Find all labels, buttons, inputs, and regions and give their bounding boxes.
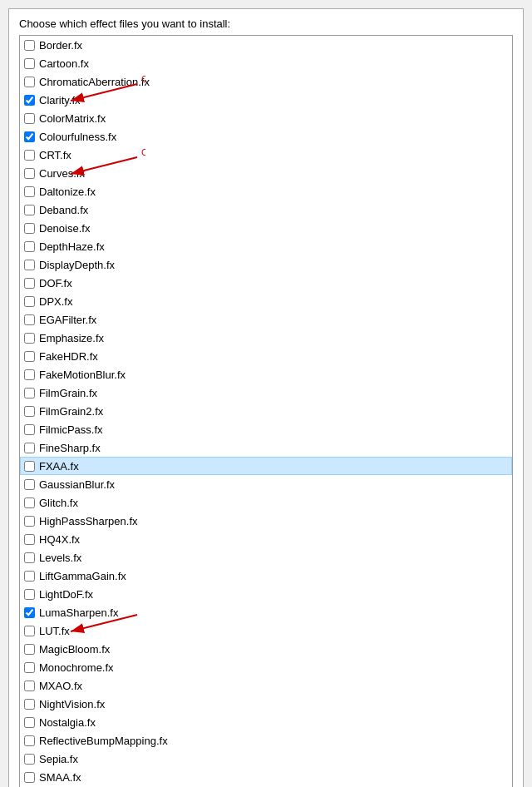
checkbox-crt[interactable] [24,150,35,161]
list-item-lightdof[interactable]: LightDoF.fx [20,585,512,603]
list-item-nightvision[interactable]: NightVision.fx [20,695,512,713]
checkbox-filmgrain2[interactable] [24,406,35,417]
checkbox-mxao[interactable] [24,681,35,691]
list-item-gaussianblur[interactable]: GaussianBlur.fx [20,475,512,493]
list-item-smaa[interactable]: SMAA.fx [20,768,512,786]
list-item-lumasharpen[interactable]: LumaSharpen.fx [20,603,512,621]
list-item-filmgrain2[interactable]: FilmGrain2.fx [20,402,512,420]
list-item-depthhaze[interactable]: DepthHaze.fx [20,237,512,255]
checkbox-reflectivebumpmapping[interactable] [24,735,35,746]
list-item-daltonize[interactable]: Daltonize.fx [20,182,512,200]
checkbox-egafilter[interactable] [24,314,35,325]
list-item-colormatrix[interactable]: ColorMatrix.fx [20,109,512,127]
checkbox-fakemotionblur[interactable] [24,369,35,380]
label-liftgammagain: LiftGammaGain.fx [39,570,126,582]
checkbox-curves[interactable] [24,168,35,179]
checkbox-fxaa[interactable] [24,461,35,472]
list-item-fxaa[interactable]: FXAA.fx [20,457,512,475]
list-item-levels[interactable]: Levels.fx [20,548,512,567]
list-item-glitch[interactable]: Glitch.fx [20,493,512,512]
checkbox-smaa[interactable] [24,772,35,783]
list-item-border[interactable]: Border.fx [20,36,512,54]
label-daltonize: Daltonize.fx [39,186,96,198]
list-item-displaydepth[interactable]: DisplayDepth.fx [20,255,512,274]
checkbox-filmgrain[interactable] [24,388,35,398]
checkbox-clarity[interactable] [24,95,35,106]
list-item-denoise[interactable]: Denoise.fx [20,219,512,237]
label-deband: Deband.fx [39,204,88,216]
checkbox-nostalgia[interactable] [24,717,35,728]
list-item-reflectivebumpmapping[interactable]: ReflectiveBumpMapping.fx [20,731,512,750]
checkbox-dof[interactable] [24,278,35,289]
list-item-filmicpass[interactable]: FilmicPass.fx [20,420,512,438]
checkbox-nightvision[interactable] [24,699,35,710]
list-item-liftgammagain[interactable]: LiftGammaGain.fx [20,567,512,585]
label-lightdof: LightDoF.fx [39,588,93,601]
label-fxaa: FXAA.fx [39,460,79,473]
checkbox-colourfulness[interactable] [24,131,35,142]
list-item-chromaticaberration[interactable]: ChromaticAberration.fx [20,72,512,91]
list-item-hq4x[interactable]: HQ4X.fx [20,530,512,548]
checkbox-monochrome[interactable] [24,662,35,673]
list-item-finesharp[interactable]: FineSharp.fx [20,438,512,457]
checkbox-cartoon[interactable] [24,58,35,69]
checkbox-gaussianblur[interactable] [24,479,35,490]
list-item-filmgrain[interactable]: FilmGrain.fx [20,384,512,402]
checkbox-daltonize[interactable] [24,186,35,197]
list-item-monochrome[interactable]: Monochrome.fx [20,658,512,676]
list-item-crt[interactable]: CRT.fx [20,146,512,164]
checkbox-lightdof[interactable] [24,589,35,600]
effects-list[interactable]: Border.fxCartoon.fxChromaticAberration.f… [19,35,513,787]
list-item-clarity[interactable]: Clarity.fx [20,91,512,109]
list-item-emphasize[interactable]: Emphasize.fx [20,329,512,347]
checkbox-emphasize[interactable] [24,333,35,344]
checkbox-levels[interactable] [24,552,35,563]
checkbox-colormatrix[interactable] [24,113,35,124]
checkbox-deband[interactable] [24,205,35,215]
label-filmicpass: FilmicPass.fx [39,423,103,436]
checkbox-sepia[interactable] [24,754,35,765]
checkbox-liftgammagain[interactable] [24,571,35,582]
list-item-sepia[interactable]: Sepia.fx [20,750,512,768]
checkbox-magicbloom[interactable] [24,644,35,655]
label-highpasssharpen: HighPassSharpen.fx [39,515,138,527]
label-emphasize: Emphasize.fx [39,332,104,344]
checkbox-hq4x[interactable] [24,534,35,545]
list-item-deband[interactable]: Deband.fx [20,200,512,219]
label-crt: CRT.fx [39,149,71,161]
list-item-fakehdr[interactable]: FakeHDR.fx [20,347,512,365]
list-item-cartoon[interactable]: Cartoon.fx [20,54,512,72]
label-nostalgia: Nostalgia.fx [39,716,96,729]
checkbox-fakehdr[interactable] [24,351,35,362]
list-item-dof[interactable]: DOF.fx [20,274,512,292]
list-item-dpx[interactable]: DPX.fx [20,292,512,310]
list-item-egafilter[interactable]: EGAFilter.fx [20,310,512,329]
main-dialog: Choose which effect files you want to in… [8,8,524,787]
label-lut: LUT.fx [39,625,70,637]
checkbox-glitch[interactable] [24,497,35,508]
checkbox-lumasharpen[interactable] [24,607,35,618]
checkbox-border[interactable] [24,40,35,51]
label-levels: Levels.fx [39,552,81,564]
checkbox-lut[interactable] [24,626,35,636]
list-item-mxao[interactable]: MXAO.fx [20,676,512,695]
label-smaa: SMAA.fx [39,771,81,784]
checkbox-denoise[interactable] [24,223,35,234]
label-border: Border.fx [39,39,82,52]
list-item-nostalgia[interactable]: Nostalgia.fx [20,713,512,731]
label-lumasharpen: LumaSharpen.fx [39,606,118,619]
list-item-highpasssharpen[interactable]: HighPassSharpen.fx [20,512,512,530]
checkbox-highpasssharpen[interactable] [24,516,35,527]
checkbox-filmicpass[interactable] [24,424,35,435]
list-item-lut[interactable]: LUT.fx [20,621,512,640]
list-item-curves[interactable]: Curves.fx [20,164,512,182]
checkbox-finesharp[interactable] [24,443,35,453]
checkbox-chromaticaberration[interactable] [24,77,35,87]
checkbox-depthhaze[interactable] [24,241,35,252]
list-item-magicbloom[interactable]: MagicBloom.fx [20,640,512,658]
checkbox-displaydepth[interactable] [24,260,35,270]
list-item-colourfulness[interactable]: Colourfulness.fx [20,127,512,146]
label-reflectivebumpmapping: ReflectiveBumpMapping.fx [39,735,168,747]
list-item-fakemotionblur[interactable]: FakeMotionBlur.fx [20,365,512,384]
checkbox-dpx[interactable] [24,296,35,307]
